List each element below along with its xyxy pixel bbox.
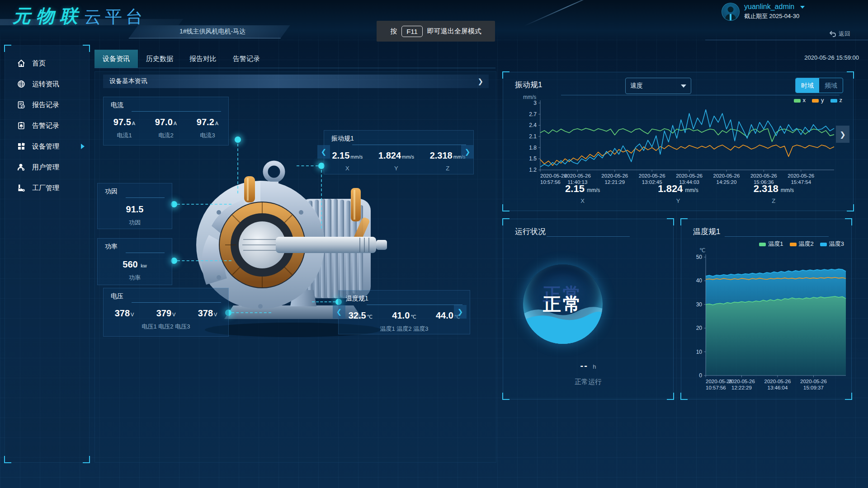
temperature-next-button[interactable]: ❯ — [454, 305, 467, 319]
tab-4[interactable]: 告警记录 — [225, 50, 268, 68]
current-value-3: 97.2A电流3 — [197, 117, 218, 140]
vibration-value-3: 2.318mm/sZ — [430, 150, 466, 172]
sidebar-item-label: 运转资讯 — [32, 80, 59, 89]
sidebar-item-3[interactable]: 报告记录 — [5, 94, 89, 115]
home-icon — [17, 59, 26, 68]
fullscreen-tip-prefix: 按 — [390, 27, 397, 36]
svg-text:20: 20 — [696, 325, 703, 331]
sidebar-item-1[interactable]: 首页 — [5, 53, 89, 74]
svg-text:3: 3 — [533, 100, 537, 106]
temperature-chart: 010203040502020-05-2610:57:562020-05-261… — [685, 248, 849, 397]
vibration-footer-X: 2.15mm/sX — [535, 183, 630, 204]
username[interactable]: yuanlink_admin — [744, 3, 794, 10]
tab-bar: 设备资讯历史数据报告对比告警记录 — [94, 50, 495, 68]
chevron-right-icon[interactable]: ❯ — [477, 77, 489, 85]
device-section-header: 设备基本资讯 ❯ — [103, 75, 489, 88]
connector-line-power-factor — [177, 204, 231, 205]
sidebar-item-7[interactable]: 工厂管理 — [5, 178, 89, 198]
chevron-down-icon[interactable] — [800, 6, 805, 9]
voltage-value-2: 379V — [156, 308, 176, 319]
temperature-panel-title: 温度规1 — [693, 226, 720, 237]
tab-3[interactable]: 报告对比 — [181, 50, 225, 68]
svg-text:1.8: 1.8 — [529, 145, 537, 151]
sidebar-item-2[interactable]: 运转资讯 — [5, 74, 89, 94]
vibration-callout-title: 振动规1 — [324, 131, 473, 143]
vibration-callout: 振动规1 2.15mm/sX1.824mm/sY2.318mm/sZ — [324, 130, 474, 174]
sidebar-item-6[interactable]: 用户管理 — [5, 157, 89, 178]
power-title: 功率 — [98, 239, 172, 251]
factory-icon — [17, 183, 26, 192]
domain-toggle: 时域频域 — [795, 78, 843, 93]
vibration-prev-button[interactable]: ❮ — [317, 145, 330, 159]
vibration-next-button[interactable]: ❯ — [461, 145, 474, 159]
power-factor-title: 功因 — [98, 183, 172, 196]
svg-text:2.4: 2.4 — [529, 122, 537, 128]
legend-item[interactable]: 温度1 — [759, 240, 783, 248]
dropdown-caret-icon — [681, 84, 686, 88]
power-unit: kw — [141, 263, 146, 268]
vibration-panel: 振动规1 速度 时域频域 xyz mm/s 1.21.51.82.12.42.7… — [503, 72, 854, 211]
tab-2[interactable]: 历史数据 — [138, 50, 181, 68]
vibration-chart: 1.21.51.82.12.42.732020-05-2610:57:56202… — [519, 99, 837, 192]
temperature-callout: 温度规1 32.5℃41.0℃44.0℃ 温度1 温度2 温度3 — [338, 290, 470, 334]
power-value: 560 — [123, 259, 137, 269]
svg-text:1.2: 1.2 — [529, 167, 537, 173]
running-hours-unit: h — [593, 363, 596, 370]
current-datetime: 2020-05-26 15:59:00 — [787, 54, 859, 61]
user-meta: yuanlink_admin 截止期至 2025-04-30 — [744, 3, 805, 21]
status-caption: 正常运行 — [503, 378, 673, 386]
status-indicator: 正常 正常 — [523, 264, 603, 344]
sidebar-item-label: 首页 — [32, 59, 46, 68]
submenu-arrow-icon — [81, 144, 85, 149]
connector-line-vibration-h — [297, 165, 318, 166]
alarm-icon — [17, 121, 26, 130]
power-factor-label: 功因 — [98, 219, 172, 227]
voltage-title: 电压 — [104, 288, 228, 300]
back-button[interactable]: 返回 — [829, 30, 850, 38]
vibration-panel-next-button[interactable]: ❯ — [836, 126, 849, 143]
connector-line-voltage — [231, 312, 271, 313]
fullscreen-tip-suffix: 即可退出全屏模式 — [427, 27, 481, 36]
sidebar-item-5[interactable]: 设备管理 — [5, 136, 89, 157]
report-icon — [17, 100, 26, 109]
tab-1[interactable]: 设备资讯 — [94, 50, 138, 68]
device-section-title: 设备基本资讯 — [103, 77, 477, 85]
vibration-panel-title: 振动规1 — [515, 80, 542, 90]
connector-line-current — [237, 144, 238, 193]
user-icon — [17, 163, 26, 172]
toggle-时域[interactable]: 时域 — [796, 78, 819, 93]
voltage-value-3: 378V — [198, 308, 217, 319]
sidebar-item-label: 工厂管理 — [32, 184, 59, 192]
svg-text:30: 30 — [696, 301, 703, 308]
user-block[interactable]: yuanlink_admin 截止期至 2025-04-30 — [722, 3, 805, 21]
temperature-labels: 温度1 温度2 温度3 — [339, 325, 470, 333]
svg-text:2020-05-2612:22:29: 2020-05-2612:22:29 — [728, 379, 755, 390]
measurement-type-dropdown[interactable]: 速度 — [625, 78, 691, 94]
current-value-1: 97.5A电流1 — [113, 117, 135, 140]
power-factor-callout: 功因 91.5 功因 — [97, 183, 172, 229]
vibration-value-1: 2.15mm/sX — [332, 150, 363, 172]
voltage-value-1: 378V — [115, 308, 134, 319]
temperature-value-1: 32.5℃ — [349, 310, 373, 321]
toggle-频域[interactable]: 频域 — [819, 78, 843, 93]
devices-icon — [17, 142, 26, 151]
legend-item[interactable]: 温度2 — [790, 240, 814, 248]
temperature-callout-title: 温度规1 — [339, 291, 470, 303]
current-title: 电流 — [104, 97, 228, 109]
sidebar-item-4[interactable]: 告警记录 — [5, 115, 89, 136]
temperature-legend: 温度1温度2温度3 — [759, 240, 844, 248]
temperature-panel: 温度规1 温度1温度2温度3 ℃ 010203040502020-05-2610… — [681, 219, 852, 399]
globe-icon — [17, 80, 26, 89]
back-label: 返回 — [839, 30, 850, 38]
sidebar-item-label: 告警记录 — [32, 122, 59, 130]
app-header: 元物联 云平台 1#线主供风机电机-马达 按 F11 即可退出全屏模式 yuan… — [0, 0, 868, 43]
temperature-prev-button[interactable]: ❮ — [333, 305, 345, 319]
current-value-2: 97.0A电流2 — [155, 117, 177, 140]
sidebar-item-label: 报告记录 — [32, 101, 59, 109]
f11-key-badge: F11 — [401, 26, 423, 37]
svg-text:2020-05-2613:46:04: 2020-05-2613:46:04 — [764, 379, 791, 390]
voltage-callout: 电压 378V379V378V 电压1 电压2 电压3 — [103, 288, 229, 337]
svg-text:40: 40 — [696, 277, 703, 284]
sidebar-item-label: 设备管理 — [32, 142, 59, 151]
legend-item[interactable]: 温度3 — [820, 240, 844, 248]
